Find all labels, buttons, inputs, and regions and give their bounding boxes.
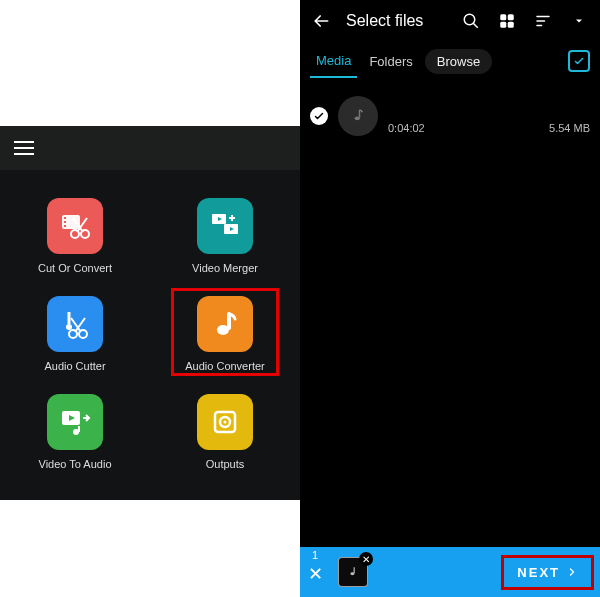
svg-rect-22	[508, 14, 514, 20]
sort-icon[interactable]	[532, 10, 554, 32]
checkmark-icon[interactable]	[310, 107, 328, 125]
remove-chip-icon[interactable]: ✕	[359, 552, 373, 566]
selection-count: 1	[312, 549, 318, 561]
left-panel: Cut Or Convert Video Merger Audio Cutter	[0, 0, 300, 597]
tool-label: Video Merger	[192, 262, 258, 274]
tools-grid: Cut Or Convert Video Merger Audio Cutter	[0, 170, 300, 470]
svg-rect-3	[64, 225, 66, 227]
tool-cut-or-convert[interactable]: Cut Or Convert	[15, 198, 135, 274]
tool-outputs[interactable]: Outputs	[165, 394, 285, 470]
svg-point-10	[66, 324, 72, 330]
tabs: Media Folders Browse	[300, 42, 600, 80]
video-to-audio-icon	[47, 394, 103, 450]
grid-view-icon[interactable]	[496, 10, 518, 32]
svg-rect-21	[500, 14, 506, 20]
svg-rect-1	[64, 217, 66, 219]
page-title: Select files	[346, 12, 423, 30]
tool-label: Outputs	[206, 458, 245, 470]
audio-converter-icon	[197, 296, 253, 352]
chevron-right-icon	[566, 566, 578, 578]
svg-point-20	[464, 14, 475, 25]
file-meta: 0:04:02 5.54 MB	[388, 98, 590, 134]
topbar	[0, 126, 300, 170]
filesize: 5.54 MB	[549, 122, 590, 134]
svg-rect-24	[508, 22, 514, 28]
duration: 0:04:02	[388, 122, 425, 134]
tool-label: Cut Or Convert	[38, 262, 112, 274]
list-item[interactable]: 0:04:02 5.54 MB	[310, 86, 590, 146]
bottom-bar: ✕ 1 ✕ NEXT	[300, 547, 600, 597]
tab-media[interactable]: Media	[310, 45, 357, 78]
video-merger-icon	[197, 198, 253, 254]
blank-area	[0, 0, 300, 126]
tab-browse[interactable]: Browse	[425, 49, 492, 74]
search-icon[interactable]	[460, 10, 482, 32]
empty-space	[300, 152, 600, 547]
tools-app: Cut Or Convert Video Merger Audio Cutter	[0, 126, 300, 500]
svg-point-26	[350, 572, 354, 575]
tool-label: Audio Converter	[185, 360, 265, 372]
next-button[interactable]: NEXT	[505, 559, 590, 586]
svg-point-19	[224, 421, 227, 424]
outputs-icon	[197, 394, 253, 450]
cut-convert-icon	[47, 198, 103, 254]
tool-audio-cutter[interactable]: Audio Cutter	[15, 296, 135, 372]
tool-label: Audio Cutter	[44, 360, 105, 372]
svg-point-16	[73, 429, 79, 435]
music-note-icon	[338, 96, 378, 136]
back-icon[interactable]	[310, 10, 332, 32]
tool-label: Video To Audio	[39, 458, 112, 470]
next-label: NEXT	[517, 565, 560, 580]
file-list: 0:04:02 5.54 MB	[300, 80, 600, 152]
tool-audio-converter[interactable]: Audio Converter	[165, 296, 285, 372]
selection-chip[interactable]: ✕	[338, 557, 368, 587]
select-all-icon[interactable]	[568, 50, 590, 72]
tool-video-merger[interactable]: Video Merger	[165, 198, 285, 274]
tool-video-to-audio[interactable]: Video To Audio	[15, 394, 135, 470]
svg-rect-23	[500, 22, 506, 28]
menu-icon[interactable]	[14, 141, 34, 155]
svg-point-13	[217, 325, 229, 335]
audio-cutter-icon	[47, 296, 103, 352]
right-panel: Select files Media Folders Browse	[300, 0, 600, 597]
header: Select files	[300, 0, 600, 42]
svg-point-25	[355, 116, 360, 120]
selection-chip-wrap: 1 ✕	[310, 557, 368, 587]
dropdown-icon[interactable]	[568, 10, 590, 32]
tab-folders[interactable]: Folders	[363, 46, 418, 77]
svg-rect-2	[64, 221, 66, 223]
